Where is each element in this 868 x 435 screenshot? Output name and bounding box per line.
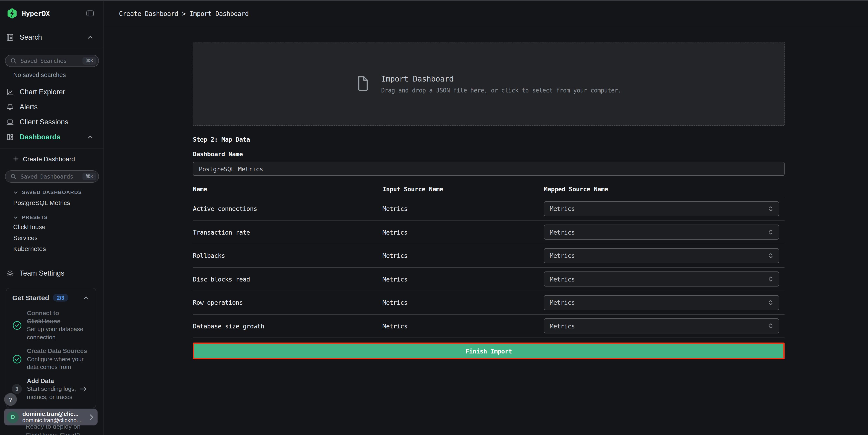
hyperdx-app: HyperDX Search Saved Searches ⌘K (0, 0, 868, 435)
row-name: Transaction rate (193, 229, 382, 236)
presets-section-toggle[interactable]: PRESETS (0, 213, 103, 221)
dropzone-title: Import Dashboard (381, 74, 621, 83)
sidebar: HyperDX Search Saved Searches ⌘K (0, 0, 104, 435)
check-circle-icon (12, 321, 22, 330)
row-input-source: Metrics (382, 299, 544, 306)
sidebar-item-team-settings[interactable]: Team Settings (0, 264, 103, 282)
step-number-badge: 3 (12, 384, 22, 394)
nav-label: Client Sessions (20, 118, 68, 126)
select-chevrons-icon (767, 252, 774, 259)
laptop-icon (6, 118, 14, 126)
saved-dashboards-header: SAVED DASHBOARDS (22, 190, 82, 195)
arrow-right-icon (79, 385, 88, 393)
get-started-progress-badge: 2/3 (53, 294, 68, 302)
chevron-up-icon (83, 295, 89, 301)
mapping-table-body: Active connections Metrics Metrics (193, 197, 784, 338)
gear-icon (6, 269, 14, 277)
chevron-up-icon (87, 34, 93, 40)
dashboard-name-label: Dashboard Name (193, 150, 784, 158)
sidebar-nav: Chart Explorer Alerts Client Sessions Da… (0, 84, 103, 148)
table-row: Disc blocks read Metrics Metrics (193, 268, 784, 291)
plus-icon (13, 156, 19, 162)
search-section-label: Search (20, 33, 42, 41)
column-header-mapped-source: Mapped Source Name (544, 186, 784, 193)
step-title: Create Data Sources (27, 347, 91, 355)
mapped-source-select[interactable]: Metrics (544, 295, 779, 310)
mapped-source-select[interactable]: Metrics (544, 201, 779, 216)
hyperdx-logo[interactable]: HyperDX (6, 8, 50, 19)
selected-option: Metrics (550, 229, 767, 236)
presets-header: PRESETS (22, 214, 48, 220)
column-header-name: Name (193, 186, 382, 193)
get-started-step-data-sources[interactable]: Create Data Sources Configure where your… (11, 347, 91, 371)
selected-option: Metrics (550, 323, 767, 330)
mapped-source-select[interactable]: Metrics (544, 248, 779, 263)
saved-dashboards-input[interactable]: Saved Dashboards ⌘K (5, 170, 99, 183)
finish-import-button[interactable]: Finish Import (193, 342, 784, 359)
sidebar-item-alerts[interactable]: Alerts (0, 99, 103, 114)
get-started-items: Connect to ClickHouse Set up your databa… (11, 309, 91, 401)
table-row: Active connections Metrics Metrics (193, 197, 784, 221)
row-input-source: Metrics (382, 205, 544, 212)
avatar: D (7, 411, 19, 423)
mapped-source-select[interactable]: Metrics (544, 319, 779, 334)
sidebar-item-services[interactable]: Services (0, 232, 103, 243)
dashboard-name-input[interactable] (193, 162, 784, 176)
row-name: Rollbacks (193, 252, 382, 259)
nav-label: Chart Explorer (20, 88, 65, 96)
hyperdx-logo-icon (6, 8, 18, 19)
import-content: Import Dashboard Drag and drop a JSON fi… (193, 42, 784, 359)
search-section-icon (6, 33, 14, 41)
sidebar-item-chart-explorer[interactable]: Chart Explorer (0, 84, 103, 99)
help-button[interactable]: ? (4, 393, 17, 406)
mapped-source-select[interactable]: Metrics (544, 272, 779, 287)
create-dashboard-button[interactable]: Create Dashboard (0, 148, 103, 169)
get-started-step-connect[interactable]: Connect to ClickHouse Set up your databa… (11, 309, 91, 341)
saved-searches-input[interactable]: Saved Searches ⌘K (5, 55, 99, 67)
logo-text: HyperDX (22, 9, 50, 18)
breadcrumb: Create Dashboard > Import Dashboard (119, 10, 249, 17)
user-menu[interactable]: D dominic.tran@clic... dominic.tran@clic… (4, 409, 98, 426)
row-name: Active connections (193, 205, 382, 212)
get-started-header[interactable]: Get Started 2/3 (11, 294, 91, 302)
sidebar-item-postgresql-metrics[interactable]: PostgreSQL Metrics (0, 196, 103, 209)
row-name: Row operations (193, 299, 382, 306)
table-row: Rollbacks Metrics Metrics (193, 244, 784, 268)
sidebar-item-search[interactable]: Search (0, 27, 103, 48)
panel-toggle-icon (86, 9, 94, 18)
chart-explorer-icon (6, 88, 14, 96)
get-started-panel: Get Started 2/3 Connect to ClickHouse Se… (6, 288, 96, 408)
dashboards-icon (6, 133, 14, 141)
get-started-step-deploy-text2: ClickHouse Cloud? (26, 431, 80, 435)
sidebar-collapse-button[interactable] (86, 9, 94, 18)
step-desc: Start sending logs, metrics, or traces (27, 385, 82, 401)
select-chevrons-icon (767, 276, 774, 282)
sidebar-item-client-sessions[interactable]: Client Sessions (0, 114, 103, 129)
shortcut-badge: ⌘K (83, 57, 96, 65)
row-input-source: Metrics (382, 229, 544, 236)
saved-dashboards-placeholder: Saved Dashboards (21, 173, 79, 180)
chevron-down-icon (13, 189, 19, 195)
saved-dashboards-section-toggle[interactable]: SAVED DASHBOARDS (0, 188, 103, 196)
saved-searches-placeholder: Saved Searches (21, 57, 79, 64)
get-started-title: Get Started (12, 294, 49, 302)
file-icon (356, 76, 369, 92)
sidebar-item-clickhouse[interactable]: ClickHouse (0, 221, 103, 232)
import-dropzone[interactable]: Import Dashboard Drag and drop a JSON fi… (193, 42, 784, 126)
mapped-source-select[interactable]: Metrics (544, 225, 779, 240)
row-input-source: Metrics (382, 275, 544, 283)
step-title: Connect to ClickHouse (27, 309, 91, 325)
get-started-step-add-data[interactable]: 3 Add Data Start sending logs, metrics, … (11, 377, 91, 401)
sidebar-item-kubernetes[interactable]: Kubernetes (0, 243, 103, 254)
selected-option: Metrics (550, 252, 767, 259)
table-row: Transaction rate Metrics Metrics (193, 221, 784, 244)
row-name: Disc blocks read (193, 275, 382, 283)
create-dashboard-label: Create Dashboard (23, 155, 75, 162)
step-title: Add Data (27, 377, 82, 385)
search-icon (10, 173, 17, 180)
team-settings-label: Team Settings (20, 269, 64, 277)
sidebar-item-dashboards[interactable]: Dashboards (0, 129, 103, 144)
user-name: dominic.tran@clic... (22, 410, 86, 417)
dropzone-subtitle: Drag and drop a JSON file here, or click… (381, 87, 621, 94)
chevron-down-icon (13, 214, 19, 220)
